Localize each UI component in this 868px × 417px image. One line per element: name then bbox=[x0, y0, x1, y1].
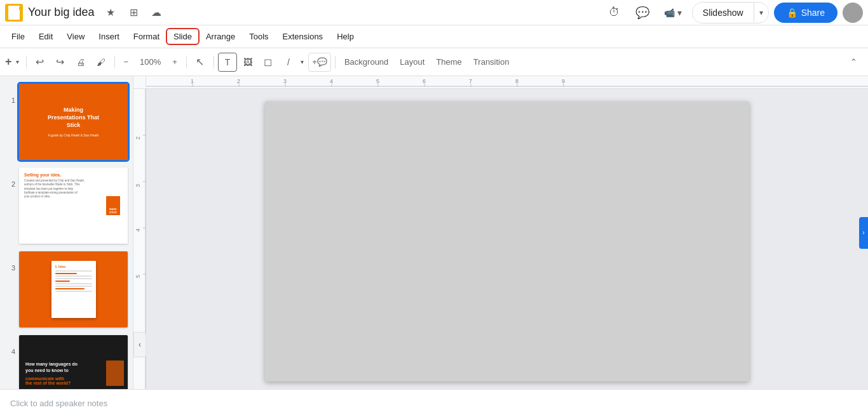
line-arrow[interactable]: ▾ bbox=[298, 53, 307, 72]
slide2-text: Created and presented by Chip and Dan He… bbox=[24, 179, 98, 199]
cloud-button[interactable]: ☁ bbox=[147, 4, 165, 22]
slide-canvas[interactable] bbox=[265, 102, 749, 381]
slide3-line3 bbox=[55, 275, 92, 277]
canvas-wrapper: 1 2 3 4 5 6 7 8 9 bbox=[133, 76, 868, 389]
slide3-line6 bbox=[55, 283, 92, 284]
menu-file[interactable]: File bbox=[5, 29, 31, 44]
meet-button[interactable]: 📹 ▾ bbox=[659, 1, 687, 24]
divider-2 bbox=[114, 56, 115, 69]
menu-insert[interactable]: Insert bbox=[92, 29, 126, 44]
meet-chevron: ▾ bbox=[677, 8, 682, 18]
slide-thumb-4: How many languages doyou need to know to… bbox=[19, 335, 128, 389]
menu-extensions[interactable]: Extensions bbox=[276, 29, 330, 44]
svg-text:2: 2 bbox=[135, 136, 141, 140]
title-icons: ★ ⊞ ☁ bbox=[102, 4, 165, 22]
add-slide-arrow[interactable]: ▾ bbox=[13, 53, 22, 72]
redo-button[interactable]: ↪ bbox=[51, 53, 70, 72]
history-button[interactable]: ⏱ bbox=[603, 1, 626, 24]
meet-icon: 📹 bbox=[664, 8, 675, 18]
divider-5 bbox=[335, 56, 336, 69]
right-panel-chevron: › bbox=[862, 229, 864, 236]
add-slide-button[interactable]: + bbox=[5, 53, 12, 72]
slide1-sub: A guide by Chip Heath & Dan Heath bbox=[48, 133, 99, 137]
zoom-label-button[interactable]: 100% bbox=[135, 53, 166, 72]
main-content: 1 MakingPresentations ThatStick A guide … bbox=[0, 76, 868, 389]
comment-button[interactable]: 💬 bbox=[631, 1, 654, 24]
app-logo bbox=[5, 4, 23, 22]
svg-text:5: 5 bbox=[376, 78, 379, 84]
svg-text:3: 3 bbox=[135, 184, 141, 187]
svg-text:2: 2 bbox=[237, 78, 240, 84]
profile-avatar[interactable] bbox=[843, 3, 863, 23]
menu-arrange[interactable]: Arrange bbox=[200, 29, 241, 44]
slide3-paper: 1. Intro bbox=[51, 261, 96, 318]
slide3-line5 bbox=[55, 281, 70, 282]
cursor-button[interactable]: ↖ bbox=[191, 53, 210, 72]
slide2-title: Selling your idea. bbox=[24, 173, 98, 177]
menu-view[interactable]: View bbox=[60, 29, 91, 44]
undo-button[interactable]: ↩ bbox=[31, 53, 50, 72]
slide-number-2: 2 bbox=[5, 180, 15, 188]
slide3-line4 bbox=[55, 278, 92, 279]
menu-edit[interactable]: Edit bbox=[32, 29, 59, 44]
menu-tools[interactable]: Tools bbox=[243, 29, 275, 44]
toolbar: + ▾ ↩ ↪ 🖨 🖌 − 100% + ↖ T 🖼 ◻ / ▾ +💬 Back… bbox=[0, 48, 868, 76]
title-bar: Your big idea ★ ⊞ ☁ ⏱ 💬 📹 ▾ Slideshow ▾ … bbox=[0, 0, 868, 25]
slide3-line9 bbox=[55, 291, 92, 292]
slide-canvas-container[interactable] bbox=[146, 89, 868, 389]
slide-panel: 1 MakingPresentations ThatStick A guide … bbox=[0, 76, 133, 389]
slide2-content: Selling your idea. Created and presented… bbox=[24, 173, 98, 239]
slide3-line2 bbox=[55, 273, 78, 274]
menu-slide[interactable]: Slide bbox=[167, 29, 198, 44]
svg-text:9: 9 bbox=[562, 78, 565, 84]
speaker-notes[interactable]: Click to add speaker notes bbox=[0, 389, 868, 417]
svg-text:3: 3 bbox=[283, 78, 287, 84]
slide-thumb-3: 1. Intro bbox=[19, 251, 128, 328]
menu-bar: File Edit View Insert Format Slide Arran… bbox=[0, 25, 868, 48]
shape-button[interactable]: ◻ bbox=[259, 53, 278, 72]
star-button[interactable]: ★ bbox=[102, 4, 119, 22]
slide3-line8 bbox=[55, 288, 85, 289]
image-button[interactable]: 🖼 bbox=[238, 53, 257, 72]
right-panel-arrow[interactable]: › bbox=[859, 217, 868, 249]
ruler-top: 1 2 3 4 5 6 7 8 9 bbox=[133, 76, 868, 89]
zoom-out-button[interactable]: − bbox=[119, 53, 134, 72]
slide1-title: MakingPresentations ThatStick bbox=[48, 107, 99, 129]
background-button[interactable]: Background bbox=[339, 53, 393, 72]
line-button[interactable]: / bbox=[279, 53, 298, 72]
slide-item-3[interactable]: 3 1. Intro bbox=[0, 249, 133, 330]
slide-number-1: 1 bbox=[5, 96, 15, 104]
document-title: Your big idea bbox=[28, 6, 94, 19]
transition-button[interactable]: Transition bbox=[468, 53, 515, 72]
slide-number-4: 4 bbox=[5, 348, 15, 355]
slideshow-main-button[interactable]: Slideshow bbox=[693, 3, 754, 23]
slide-item-4[interactable]: 4 How many languages doyou need to know … bbox=[0, 333, 133, 389]
slide3-header: 1. Intro bbox=[55, 265, 92, 268]
svg-text:1: 1 bbox=[191, 78, 194, 84]
print-button[interactable]: 🖨 bbox=[71, 53, 90, 72]
svg-text:4: 4 bbox=[135, 228, 141, 232]
svg-text:4: 4 bbox=[330, 78, 333, 84]
zoom-in-button[interactable]: + bbox=[167, 53, 182, 72]
folder-button[interactable]: ⊞ bbox=[125, 4, 142, 22]
ruler-h-svg: 1 2 3 4 5 6 7 8 9 bbox=[146, 76, 868, 87]
toolbar-collapse-button[interactable]: ⌃ bbox=[844, 53, 863, 72]
slide2-book: MADESTICK bbox=[104, 173, 123, 239]
svg-text:6: 6 bbox=[423, 78, 426, 84]
share-button[interactable]: 🔒 Share bbox=[774, 3, 837, 23]
divider-3 bbox=[186, 56, 187, 69]
menu-format[interactable]: Format bbox=[127, 29, 166, 44]
slide-item-2[interactable]: 2 Selling your idea. Created and present… bbox=[0, 165, 133, 246]
svg-text:5: 5 bbox=[135, 275, 141, 278]
slide-item-1[interactable]: 1 MakingPresentations ThatStick A guide … bbox=[0, 81, 133, 162]
paint-format-button[interactable]: 🖌 bbox=[92, 53, 111, 72]
theme-button[interactable]: Theme bbox=[431, 53, 466, 72]
panel-toggle-button[interactable]: ‹ bbox=[133, 332, 146, 357]
comment-add-button[interactable]: +💬 bbox=[308, 53, 331, 72]
svg-text:7: 7 bbox=[469, 78, 472, 84]
speaker-notes-placeholder: Click to add speaker notes bbox=[10, 399, 107, 408]
textbox-button[interactable]: T bbox=[218, 53, 237, 72]
layout-button[interactable]: Layout bbox=[395, 53, 430, 72]
menu-help[interactable]: Help bbox=[330, 29, 360, 44]
slideshow-arrow-button[interactable]: ▾ bbox=[754, 3, 768, 22]
